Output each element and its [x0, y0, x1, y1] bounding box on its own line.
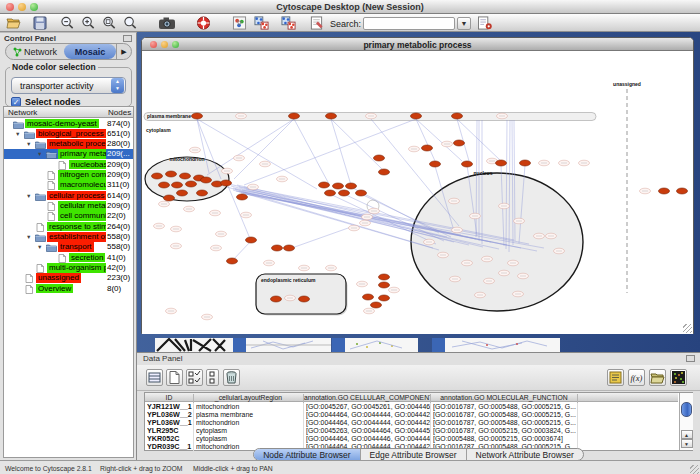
tab-network[interactable]: Network	[6, 44, 64, 59]
network-node[interactable]	[363, 294, 374, 300]
tree-expand-arrow[interactable]: ▼	[26, 193, 31, 199]
network-window-titlebar[interactable]: primary metabolic process	[142, 38, 693, 51]
network-node[interactable]	[411, 113, 422, 119]
network-node[interactable]	[246, 237, 257, 243]
tree-column-nodes[interactable]: Nodes	[108, 108, 131, 117]
tree-row-nitrogen-compo[interactable]: nitrogen compo209(0)	[4, 170, 133, 180]
tree-row-transport[interactable]: ▼transport558(0)	[4, 242, 133, 252]
tree-row-cellular-process[interactable]: ▼cellular process614(0)	[4, 190, 133, 200]
tree-expand-arrow[interactable]: ▼	[37, 151, 42, 157]
network-node[interactable]	[197, 190, 208, 196]
attribute-list-button[interactable]	[607, 369, 624, 386]
network-node[interactable]	[159, 182, 170, 188]
network-node[interactable]	[333, 183, 344, 189]
network-node[interactable]	[237, 194, 248, 200]
tree-row-response-to-stimulu[interactable]: response to stimulu264(0)	[4, 221, 133, 231]
network-node[interactable]	[452, 113, 463, 119]
tree-row-cell-communicat[interactable]: cell communicat22(0)	[4, 211, 133, 221]
tree-row-cellular-metabo[interactable]: cellular metabo209(0)	[4, 201, 133, 211]
network-node[interactable]	[339, 190, 350, 196]
help-lifesaver-icon[interactable]	[196, 16, 211, 30]
annotation-icon[interactable]	[309, 16, 324, 30]
network-node[interactable]	[326, 113, 337, 119]
network-node[interactable]	[272, 245, 283, 251]
network-node[interactable]	[164, 195, 175, 201]
function-builder-button[interactable]: f(x)	[628, 369, 645, 386]
network-window[interactable]: primary metabolic process plasma membran…	[141, 37, 694, 334]
zoom-in-icon[interactable]	[81, 16, 96, 30]
network-node[interactable]	[172, 182, 183, 188]
table-row-YLR295C[interactable]: YLR295Ccytoplasm[GO:0045263, GO:0044464,…	[145, 427, 678, 435]
matrix-view-button[interactable]	[670, 369, 687, 386]
network-node[interactable]	[221, 180, 232, 186]
network-node[interactable]	[346, 183, 357, 189]
delete-attribute-button[interactable]	[223, 369, 240, 386]
vizmapper-icon[interactable]	[232, 16, 247, 30]
tree-expand-arrow[interactable]: ▼	[26, 141, 31, 147]
minimized-overview-thumbnail[interactable]	[155, 338, 233, 352]
tab-overflow-button[interactable]: ▶	[116, 44, 131, 59]
network-node[interactable]	[422, 145, 433, 151]
network-node[interactable]	[520, 160, 531, 166]
unselect-attributes-button[interactable]	[206, 369, 219, 386]
browser-tab-node[interactable]: Node Attribute Browser	[254, 449, 360, 460]
zoom-selected-icon[interactable]	[102, 16, 117, 30]
tree-column-network[interactable]: Network	[8, 108, 37, 117]
snapshot-camera-icon[interactable]	[158, 16, 176, 30]
node-color-dropdown[interactable]: transporter activity ▲▼	[11, 77, 126, 94]
network-node[interactable]	[299, 296, 310, 302]
table-row-YKR052C[interactable]: YKR052Ccytoplasm[GO:0044464, GO:0044446,…	[145, 435, 678, 443]
attribute-table-button[interactable]	[146, 369, 163, 386]
network-node[interactable]	[379, 282, 390, 288]
tree-expand-arrow[interactable]: ▼	[15, 131, 20, 137]
network-node[interactable]	[180, 173, 191, 179]
tree-expand-arrow[interactable]: ▼	[37, 244, 42, 250]
tree-row-establishment-of-lo[interactable]: ▼establishment of lo558(0)	[4, 232, 133, 242]
search-input[interactable]	[363, 17, 455, 30]
tree-row-biological-process[interactable]: ▼biological_process651(0)	[4, 128, 133, 138]
tab-mosaic[interactable]: Mosaic	[64, 44, 116, 59]
layout-icon-1[interactable]	[253, 16, 270, 30]
network-node[interactable]	[371, 302, 382, 308]
table-row-YJR121W__1[interactable]: YJR121W__1mitochondrion[GO:0045267, GO:0…	[145, 403, 678, 411]
tree-row-nucleobase-[interactable]: nucleobase-209(0)	[4, 159, 133, 169]
window-resize-grip[interactable]	[683, 324, 692, 333]
network-node[interactable]	[677, 188, 688, 194]
network-canvas[interactable]: plasma membranecytoplasmmitochondrionnuc…	[142, 51, 693, 334]
network-node[interactable]	[319, 182, 330, 188]
network-node[interactable]	[325, 190, 336, 196]
network-node[interactable]	[379, 274, 390, 280]
minimized-window-1[interactable]	[233, 338, 331, 352]
network-node[interactable]	[201, 177, 212, 183]
select-attributes-button[interactable]	[186, 369, 203, 386]
save-icon[interactable]	[33, 16, 47, 30]
float-panel-icon[interactable]	[123, 35, 132, 42]
network-node[interactable]	[374, 155, 385, 161]
scrollbar-thumb[interactable]	[681, 402, 692, 417]
tree-expand-arrow[interactable]: ▼	[26, 234, 31, 240]
table-scrollbar[interactable]: ▲ ▼	[679, 393, 693, 450]
tree-row-unassigned[interactable]: unassigned223(0)	[4, 273, 133, 283]
browser-tab-edge[interactable]: Edge Attribute Browser	[361, 449, 467, 460]
network-node[interactable]	[659, 188, 670, 194]
data-panel-float-icon[interactable]	[686, 355, 695, 362]
network-node[interactable]	[152, 173, 163, 179]
network-node[interactable]	[430, 161, 441, 167]
tree-row-metabolic-process[interactable]: ▼metabolic process280(0)	[4, 139, 133, 149]
zoom-out-icon[interactable]	[60, 16, 75, 30]
network-node[interactable]	[379, 169, 390, 175]
network-node[interactable]	[271, 296, 282, 302]
scroll-down-button[interactable]: ▼	[681, 439, 693, 448]
search-options-icon[interactable]	[477, 16, 493, 30]
tree-row-primary-metabo[interactable]: ▼primary metabo209(...	[4, 149, 133, 159]
table-row-YPL036W__2[interactable]: YPL036W__2plasma membrane[GO:0044464, GO…	[145, 411, 678, 419]
compartment-nucleus[interactable]	[411, 173, 583, 311]
import-attributes-button[interactable]	[649, 369, 666, 386]
network-node[interactable]	[284, 245, 295, 251]
network-node[interactable]	[177, 190, 188, 196]
network-node[interactable]	[227, 258, 238, 264]
app-resize-grip[interactable]	[690, 465, 699, 474]
network-node[interactable]	[192, 113, 203, 119]
search-dropdown-button[interactable]: ▼	[457, 17, 471, 30]
network-node[interactable]	[356, 190, 367, 196]
